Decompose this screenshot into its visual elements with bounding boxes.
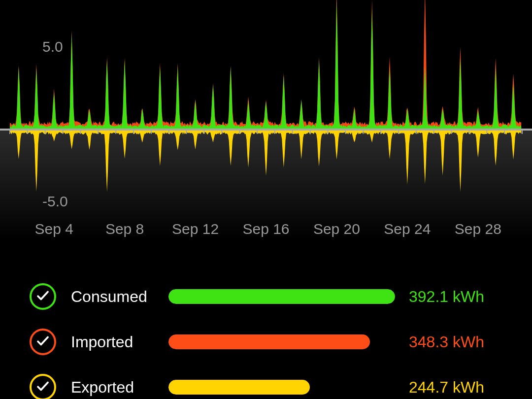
legend-row-imported[interactable]: Imported348.3 kWh: [30, 319, 507, 365]
y-tick-upper: 5.0: [42, 38, 63, 55]
x-tick-label: Sep 16: [242, 221, 289, 237]
x-tick-label: Sep 8: [105, 221, 144, 237]
legend-row-consumed[interactable]: Consumed392.1 kWh: [30, 274, 507, 319]
y-tick-lower: -5.0: [42, 193, 68, 210]
legend-label: Exported: [71, 378, 168, 397]
legend-toggle-consumed[interactable]: [30, 283, 56, 310]
legend-bar-track: [168, 289, 395, 304]
x-tick-label: Sep 20: [313, 221, 360, 237]
x-tick-label: Sep 24: [384, 221, 431, 237]
legend: Consumed392.1 kWhImported348.3 kWhExport…: [0, 251, 532, 399]
x-tick-label: Sep 12: [172, 221, 219, 237]
legend-toggle-exported[interactable]: [30, 374, 56, 399]
legend-bar-track: [168, 380, 395, 395]
x-axis-labels: Sep 4Sep 8Sep 12Sep 16Sep 20Sep 24Sep 28: [0, 221, 532, 240]
legend-toggle-imported[interactable]: [30, 329, 56, 355]
check-icon: [35, 288, 50, 305]
legend-bar-fill: [168, 380, 310, 395]
energy-chart[interactable]: 5.0 -5.0 Sep 4Sep 8Sep 12Sep 16Sep 20Sep…: [0, 0, 532, 251]
legend-label: Consumed: [71, 288, 168, 306]
x-tick-label: Sep 28: [455, 221, 501, 237]
legend-bar-fill: [168, 289, 395, 304]
legend-label: Imported: [71, 333, 168, 351]
check-icon: [35, 379, 50, 396]
x-tick-label: Sep 4: [34, 221, 73, 237]
chart-canvas: [0, 0, 532, 251]
legend-bar-track: [168, 334, 395, 349]
legend-value: 392.1 kWh: [409, 288, 484, 306]
legend-value: 348.3 kWh: [409, 333, 484, 351]
legend-row-exported[interactable]: Exported244.7 kWh: [30, 365, 507, 399]
check-icon: [35, 333, 50, 350]
legend-value: 244.7 kWh: [409, 378, 484, 397]
legend-bar-fill: [168, 334, 370, 349]
